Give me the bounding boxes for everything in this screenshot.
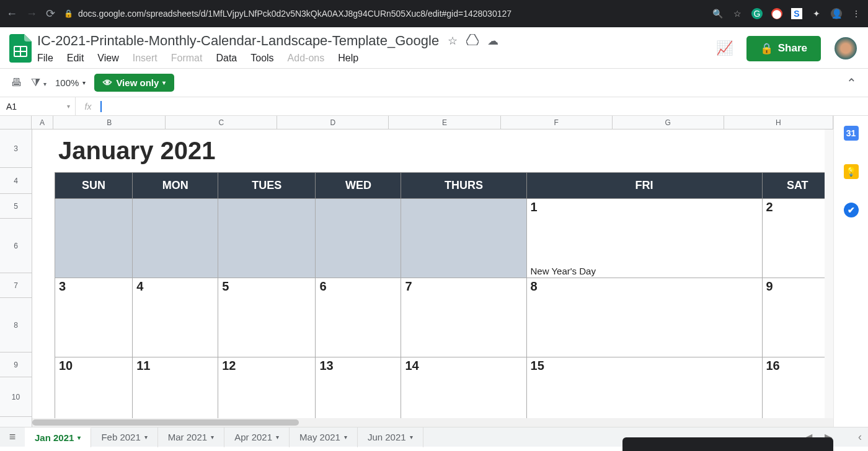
row-5[interactable]: 5 [0,194,32,219]
cal-cell[interactable] [133,199,218,224]
cal-cell[interactable]: 1 [526,199,762,224]
cal-evt[interactable] [55,303,133,357]
cal-cell[interactable] [55,199,133,224]
menu-tools[interactable]: Tools [250,53,273,64]
cal-evt[interactable] [316,303,401,357]
formula-input[interactable] [100,101,868,112]
extension-1-icon[interactable]: G [751,8,763,19]
cal-cell[interactable]: 4 [133,278,218,303]
row-4[interactable]: 4 [0,168,32,194]
extensions-puzzle-icon[interactable]: ✦ [811,8,822,19]
sheet-tab-jan[interactable]: Jan 2021▾ [25,427,91,447]
row-3[interactable]: 3 [0,129,32,168]
zoom-dropdown[interactable]: 100% ▾ [55,77,86,88]
vertical-scrollbar[interactable] [825,129,833,418]
back-icon[interactable]: ← [6,7,17,20]
cal-evt[interactable] [401,303,526,357]
col-B[interactable]: B [53,116,166,129]
row-8[interactable]: 8 [0,298,32,352]
menu-view[interactable]: View [97,53,118,64]
sheet-tab-feb[interactable]: Feb 2021▾ [91,427,157,447]
cal-cell[interactable]: 8 [526,278,762,303]
cal-evt[interactable]: New Year's Day [526,224,762,278]
view-only-button[interactable]: 👁 View only ▾ [94,74,174,92]
drive-icon[interactable] [466,34,479,48]
sheet-tab-may[interactable]: May 2021▾ [290,427,358,447]
cal-evt[interactable] [218,224,316,278]
cal-evt[interactable] [218,303,316,357]
row-9[interactable]: 9 [0,352,32,377]
row-10[interactable]: 10 [0,377,32,417]
star-doc-icon[interactable]: ☆ [448,34,458,48]
cal-cell[interactable] [218,199,316,224]
star-icon[interactable]: ☆ [732,8,743,19]
tasks-addon-icon[interactable]: ✔ [844,203,859,217]
sheet-tab-jun[interactable]: Jun 2021▾ [358,427,423,447]
menu-insert[interactable]: Insert [133,53,157,64]
reload-icon[interactable]: ⟳ [46,7,55,20]
cal-evt[interactable] [526,303,762,357]
name-box[interactable]: A1 [0,97,76,115]
sheet-area[interactable]: A B C D E F G H 3 4 5 6 7 8 9 10 January… [0,116,833,427]
keep-addon-icon[interactable]: 💡 [844,164,859,179]
cal-cell[interactable]: 15 [526,357,762,382]
share-button[interactable]: 🔒 Share [746,36,821,61]
menu-addons[interactable]: Add-ons [288,53,325,64]
menu-edit[interactable]: Edit [67,53,84,64]
col-F[interactable]: F [501,116,613,129]
menu-file[interactable]: File [37,53,53,64]
browser-menu-icon[interactable]: ⋮ [851,8,862,19]
menu-format[interactable]: Format [171,53,203,64]
explore-chevron-icon[interactable]: ‹ [858,431,862,444]
cal-evt[interactable] [762,224,833,278]
select-all-corner[interactable] [0,116,32,129]
cal-cell[interactable] [401,199,526,224]
zoom-text-icon[interactable]: 🔍 [712,8,723,19]
cal-evt[interactable] [55,224,133,278]
col-A[interactable]: A [32,116,53,129]
cal-evt[interactable] [316,224,401,278]
cal-cell[interactable]: 7 [401,278,526,303]
cal-cell[interactable]: 2 [762,199,833,224]
cal-cell[interactable]: 9 [762,278,833,303]
cal-evt[interactable] [762,303,833,357]
print-icon[interactable]: 🖶 [11,76,22,89]
extension-3-icon[interactable]: S [791,8,802,19]
cal-evt[interactable] [401,224,526,278]
cal-cell[interactable]: 12 [218,357,316,382]
sheets-logo-icon[interactable] [7,32,33,64]
cal-cell[interactable]: 16 [762,357,833,382]
cal-cell[interactable]: 14 [401,357,526,382]
cal-cell[interactable]: 13 [316,357,401,382]
url-text[interactable]: docs.google.com/spreadsheets/d/1MfLVjpyL… [78,9,512,19]
horizontal-scrollbar[interactable] [32,418,833,427]
col-G[interactable]: G [613,116,724,129]
row-7[interactable]: 7 [0,273,32,298]
row-6[interactable]: 6 [0,219,32,273]
cal-evt[interactable] [133,303,218,357]
sheet-tab-apr[interactable]: Apr 2021▾ [224,427,290,447]
all-sheets-icon[interactable]: ≡ [0,431,25,444]
sheet-tab-mar[interactable]: Mar 2021▾ [158,427,224,447]
collapse-toolbar-icon[interactable]: ⌃ [846,76,857,90]
cal-cell[interactable]: 6 [316,278,401,303]
filter-icon[interactable]: ⧩ ▾ [31,76,46,89]
forward-icon[interactable]: → [26,7,37,20]
document-title[interactable]: IC-2021-Printable-Monthly-Calendar-Lands… [37,33,439,49]
cal-cell[interactable]: 3 [55,278,133,303]
cal-cell[interactable]: 10 [55,357,133,382]
calendar-addon-icon[interactable]: 31 [844,126,859,141]
cal-evt[interactable] [133,224,218,278]
cal-cell[interactable]: 11 [133,357,218,382]
col-E[interactable]: E [389,116,500,129]
cal-cell[interactable] [316,199,401,224]
menu-help[interactable]: Help [338,53,358,64]
cal-cell[interactable]: 5 [218,278,316,303]
cloud-status-icon[interactable]: ☁ [487,34,498,48]
col-H[interactable]: H [724,116,833,129]
extension-2-icon[interactable]: ⬤ [771,8,782,19]
col-D[interactable]: D [277,116,389,129]
profile-avatar-icon[interactable]: 👤 [831,8,842,19]
account-avatar[interactable] [835,37,857,59]
menu-data[interactable]: Data [216,53,237,64]
